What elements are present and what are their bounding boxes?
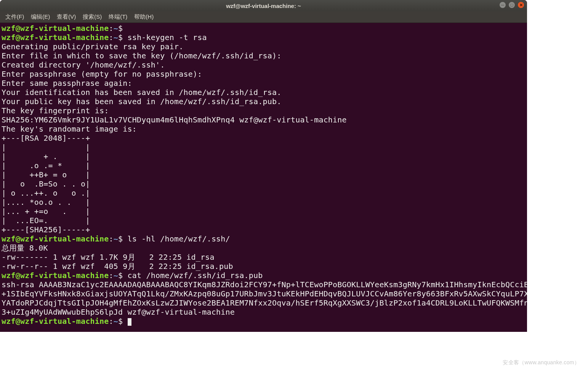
prompt-sep: : xyxy=(109,317,114,326)
menu-file[interactable]: 文件(F) xyxy=(2,12,27,22)
out-line: Your identification has been saved in /h… xyxy=(2,88,281,97)
out-line: Your public key has been saved in /home/… xyxy=(2,97,281,106)
prompt-user: wzf@wzf-virtual-machine xyxy=(2,317,109,326)
prompt-sym: $ xyxy=(118,234,123,243)
prompt-path: ~ xyxy=(114,24,118,33)
randomart-line: +----[SHA256]-----+ xyxy=(2,225,90,234)
randomart-line: | + . | xyxy=(2,152,90,161)
pubkey-line: 3+uZIg4MyUAdWWwubEhpS6lpJd wzf@wzf-virtu… xyxy=(2,307,235,317)
pubkey-line: ssh-rsa AAAAB3NzaC1yc2EAAAADAQABAAABAQC8… xyxy=(2,280,527,289)
prompt-user: wzf@wzf-virtual-machine xyxy=(2,33,109,42)
prompt-sep: : xyxy=(109,234,114,243)
window-controls: ─ □ ✕ xyxy=(500,2,524,8)
prompt-user: wzf@wzf-virtual-machine xyxy=(2,271,109,280)
terminal-window: wzf@wzf-virtual-machine: ~ ─ □ ✕ 文件(F) 编… xyxy=(0,0,527,332)
prompt-path: ~ xyxy=(114,234,118,243)
cursor-icon xyxy=(128,318,131,326)
menu-terminal[interactable]: 终端(T) xyxy=(106,12,130,22)
randomart-line: | o .B=So . . o| xyxy=(2,179,90,188)
titlebar[interactable]: wzf@wzf-virtual-machine: ~ ─ □ ✕ xyxy=(0,0,527,11)
prompt-path: ~ xyxy=(114,271,118,280)
prompt-sep: : xyxy=(109,24,114,33)
prompt-user: wzf@wzf-virtual-machine xyxy=(2,24,109,33)
menu-edit[interactable]: 编辑(E) xyxy=(28,12,53,22)
prompt-path: ~ xyxy=(114,317,118,326)
window-title: wzf@wzf-virtual-machine: ~ xyxy=(226,3,301,9)
out-line: Created directory '/home/wzf/.ssh'. xyxy=(2,60,165,69)
prompt-sep: : xyxy=(109,271,114,280)
out-line: SHA256:YM6Z6Vmkr9JY1UaL1v7VCHDyqum4m6lHq… xyxy=(2,115,347,124)
randomart-line: |... + +=o . | xyxy=(2,207,90,216)
randomart-line: | ++B+ = o | xyxy=(2,170,90,179)
terminal-output[interactable]: wzf@wzf-virtual-machine:~$ wzf@wzf-virtu… xyxy=(0,23,527,327)
menu-search[interactable]: 搜索(S) xyxy=(80,12,105,22)
randomart-line: | .o .= * | xyxy=(2,161,90,170)
menu-view[interactable]: 查看(V) xyxy=(54,12,79,22)
prompt-user: wzf@wzf-virtual-machine xyxy=(2,234,109,243)
prompt-sym: $ xyxy=(118,33,123,42)
randomart-line: | | xyxy=(2,143,90,152)
cmd-empty xyxy=(123,317,127,326)
prompt-sym: $ xyxy=(118,271,123,280)
prompt-sep: : xyxy=(109,33,114,42)
cmd-cat: cat /home/wzf/.ssh/id_rsa.pub xyxy=(123,271,263,280)
minimize-button[interactable]: ─ xyxy=(500,2,506,8)
pubkey-line: YATdoRPJCdqjTtsGIlpJOH4gMfEhZOxKsLzwZJIW… xyxy=(2,298,527,307)
out-line: Enter same passphrase again: xyxy=(2,79,137,88)
randomart-line: | ...EO=. | xyxy=(2,216,90,225)
watermark-text: 安全客（www.anquanke.com） xyxy=(503,359,580,365)
prompt-sym: $ xyxy=(118,24,123,33)
cmd-keygen: ssh-keygen -t rsa xyxy=(123,33,207,42)
randomart-line: +---[RSA 2048]----+ xyxy=(2,134,90,143)
pubkey-line: +1SIbEqYVFksHNxk8xGiaxjsUOYATqQ1Lkq/ZMxK… xyxy=(2,289,527,298)
out-line: Generating public/private rsa key pair. xyxy=(2,42,183,51)
prompt-path: ~ xyxy=(114,33,118,42)
ls-line: -rw-r--r-- 1 wzf wzf 405 9月 2 22:25 id_r… xyxy=(2,262,233,271)
out-line: The key's randomart image is: xyxy=(2,124,137,134)
prompt-sym: $ xyxy=(118,317,123,326)
menu-help[interactable]: 帮助(H) xyxy=(131,12,157,22)
cmd-empty xyxy=(123,24,127,33)
cmd-ls: ls -hl /home/wzf/.ssh/ xyxy=(123,234,230,243)
out-line: 总用量 8.0K xyxy=(2,243,48,253)
out-line: Enter passphrase (empty for no passphras… xyxy=(2,69,207,79)
randomart-line: | o ...++. o o .| xyxy=(2,188,90,198)
out-line: Enter file in which to save the key (/ho… xyxy=(2,51,286,60)
watermark: 安全客（www.anquanke.com） xyxy=(503,359,580,366)
randomart-line: |.... *oo.o . . | xyxy=(2,198,90,207)
out-line: The key fingerprint is: xyxy=(2,106,109,115)
menubar: 文件(F) 编辑(E) 查看(V) 搜索(S) 终端(T) 帮助(H) xyxy=(0,11,527,23)
close-button[interactable]: ✕ xyxy=(518,2,524,8)
ls-line: -rw------- 1 wzf wzf 1.7K 9月 2 22:25 id_… xyxy=(2,253,215,262)
maximize-button[interactable]: □ xyxy=(509,2,515,8)
